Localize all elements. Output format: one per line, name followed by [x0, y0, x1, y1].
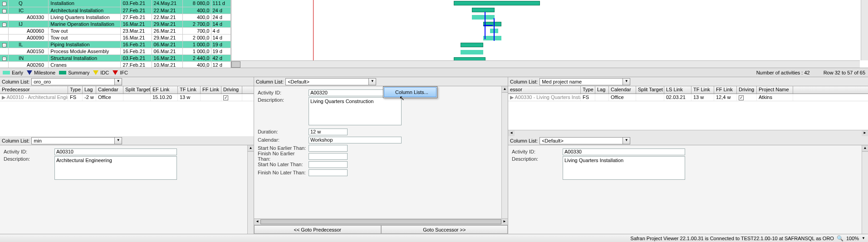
context-menu[interactable]: Column Lists... — [383, 86, 437, 98]
column-list-combo-right[interactable]: Med project name ▼ — [539, 78, 630, 85]
legend-ifc: IFC — [120, 70, 128, 75]
column-list-label: Column List: — [2, 79, 29, 84]
description-field[interactable] — [54, 156, 177, 180]
activity-row[interactable]: - IL Piping Installation 16.Feb.21 06.Ma… — [0, 41, 231, 48]
chevron-down-icon[interactable]: ▼ — [114, 138, 122, 144]
column-list-combo-right2[interactable]: <Default> ▼ — [539, 137, 630, 144]
scroll-left-icon[interactable]: ◄ — [508, 130, 515, 136]
panel-hscroll[interactable]: ◄ ► — [254, 218, 508, 225]
activity-id-label: Activity ID: — [512, 149, 563, 154]
activity-row[interactable]: - IC Architectural Installation 27.Feb.2… — [0, 7, 231, 14]
scroll-right-icon[interactable]: ► — [862, 130, 868, 136]
row-range: Row 32 to 57 of 65 — [824, 70, 865, 75]
chevron-down-icon[interactable]: ▼ — [368, 79, 376, 85]
activity-count: Number of activities : 42 — [756, 70, 810, 75]
activity-row[interactable]: A00260 Cranes 27.Feb.21 10.Mar.21 400,0 … — [0, 61, 231, 68]
activity-id-field[interactable] — [563, 148, 685, 155]
status-text: Safran Project Viewer 22.1.00.31 is Conn… — [630, 236, 834, 241]
activity-row[interactable]: A00150 Process Module Assembly 16.Feb.21… — [0, 48, 231, 54]
snet-field[interactable] — [309, 145, 348, 152]
description-field[interactable] — [309, 97, 402, 125]
goto-successor-button[interactable]: Goto Successor >> — [381, 225, 508, 234]
snlt-field[interactable] — [309, 161, 348, 168]
column-list-combo[interactable]: oro_oro ▼ — [31, 78, 122, 85]
panel-vscroll[interactable]: ▲ — [247, 145, 254, 234]
panel-hscroll[interactable]: ◄ ► — [508, 130, 868, 136]
description-field[interactable] — [563, 156, 685, 180]
column-list-value: Med project name — [540, 79, 584, 84]
legend-milestone: Milestone — [34, 70, 55, 75]
calendar-field[interactable] — [309, 137, 402, 143]
status-line — [313, 0, 314, 68]
gantt-link — [484, 25, 493, 26]
activity-row[interactable]: A00060 Tow out 23.Mar.21 26.Mar.21 700,0… — [0, 27, 231, 34]
gantt-vscroll[interactable] — [861, 0, 868, 60]
gantt-chart[interactable] — [231, 0, 868, 68]
gantt-summary-bar[interactable] — [454, 1, 540, 5]
chevron-down-icon[interactable]: ▼ — [114, 79, 122, 85]
column-list-label: Column List: — [256, 79, 284, 84]
predecessor-row[interactable]: ▶ A00310 - Architectural EngineeringFS-2… — [0, 94, 254, 101]
legend-early: Early — [12, 70, 23, 75]
fnet-field[interactable] — [309, 153, 348, 160]
activity-row[interactable]: - Q Installation 03.Feb.21 24.May.21 8 0… — [0, 0, 231, 7]
duration-field[interactable] — [309, 128, 348, 135]
expand-icon[interactable]: - — [2, 2, 6, 6]
chevron-down-icon[interactable]: ▼ — [623, 79, 630, 85]
zoom-icon[interactable]: 🔍 — [837, 235, 843, 242]
chevron-down-icon[interactable]: ▼ — [623, 138, 630, 144]
column-list-label: Column List: — [510, 79, 538, 84]
activity-id-field[interactable] — [54, 148, 177, 155]
gantt-hscroll[interactable] — [231, 60, 860, 68]
description-label: Description: — [258, 97, 309, 103]
predecessor-grid-header: PredecessorTypeLagCalendarSplit TargetEF… — [0, 86, 254, 94]
column-list-combo-2[interactable]: min ▼ — [31, 137, 122, 144]
column-list-value: <Default> — [540, 138, 565, 143]
scroll-up-icon[interactable]: ▲ — [862, 145, 868, 152]
gantt-summary-bar[interactable] — [461, 43, 483, 47]
panel-vscroll[interactable]: ▲ — [501, 86, 508, 218]
legend-summary: Summary — [68, 70, 89, 75]
panel-vscroll[interactable]: ▲ — [862, 145, 868, 234]
scroll-up-icon[interactable]: ▲ — [502, 86, 508, 93]
expand-icon[interactable]: - — [2, 23, 6, 27]
successor-row[interactable]: ▶ A00330 - Living Quarters InstallationF… — [508, 94, 868, 101]
fnet-label: Finish No Earlier Than: — [258, 151, 309, 162]
driving-checkbox[interactable] — [223, 95, 228, 100]
legend-bar: Early Milestone Summary IDC IFC Number o… — [0, 68, 868, 77]
column-list-label: Column List: — [510, 138, 538, 143]
goto-predecessor-button[interactable]: << Goto Predecessor — [254, 225, 381, 234]
activity-row[interactable]: - IN Structural Installation 03.Feb.21 1… — [0, 54, 231, 61]
expand-icon[interactable]: - — [2, 57, 6, 61]
gantt-task-bar[interactable] — [472, 15, 495, 20]
fnlt-label: Finish No Later Than: — [258, 170, 309, 175]
legend-idc: IDC — [100, 70, 109, 75]
description-label: Description: — [4, 156, 54, 162]
activity-id-label: Activity ID: — [4, 149, 54, 154]
driving-checkbox[interactable] — [739, 95, 744, 100]
column-list-value: oro_oro — [32, 79, 53, 84]
column-lists-menu-item[interactable]: Column Lists... — [384, 87, 436, 97]
activity-table[interactable]: - Q Installation 03.Feb.21 24.May.21 8 0… — [0, 0, 231, 68]
successor-grid-header: essorTypeLagCalendarSplit TargetLS LinkT… — [508, 86, 868, 94]
expand-icon[interactable]: - — [2, 9, 6, 13]
fnlt-field[interactable] — [309, 169, 348, 176]
column-list-value: min — [32, 138, 44, 143]
status-bar: Safran Project Viewer 22.1.00.31 is Conn… — [0, 234, 868, 242]
activity-row[interactable]: - IJ Marine Operation Installation 16.Ma… — [0, 20, 231, 27]
column-list-combo-mid[interactable]: <Default> ▼ — [285, 78, 376, 85]
zoom-dropdown-icon[interactable]: ▼ — [862, 236, 865, 240]
gantt-task-bar[interactable] — [483, 36, 501, 40]
menu-item-label: Column Lists... — [395, 89, 428, 95]
column-list-label: Column List: — [2, 138, 29, 143]
gantt-task-bar[interactable] — [461, 50, 483, 54]
gantt-summary-bar[interactable] — [472, 8, 495, 12]
activity-row[interactable]: A00090 Tow out 16.Mar.21 29.Mar.21 2 000… — [0, 34, 231, 41]
activity-row[interactable]: A00330 Living Quarters Installation 27.F… — [0, 14, 231, 20]
scroll-left-icon[interactable]: ◄ — [254, 219, 260, 225]
snlt-label: Start No Later Than: — [258, 162, 309, 167]
gantt-link — [494, 18, 495, 41]
scroll-up-icon[interactable]: ▲ — [248, 145, 254, 152]
scroll-right-icon[interactable]: ► — [501, 219, 508, 225]
expand-icon[interactable]: - — [2, 43, 6, 47]
